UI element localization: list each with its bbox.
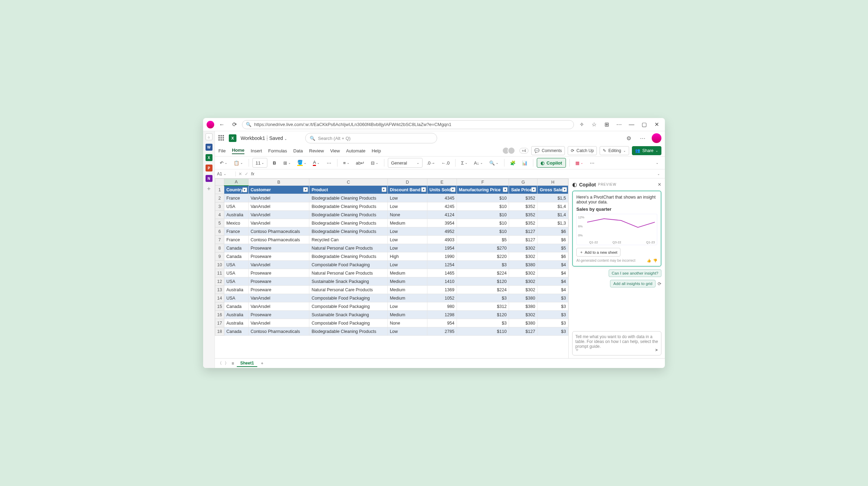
menu-home[interactable]: Home bbox=[232, 148, 244, 154]
data-cell[interactable]: Low bbox=[387, 327, 427, 336]
add-to-sheet-button[interactable]: ＋ Add to a new sheet bbox=[576, 248, 620, 257]
add-sheet-button[interactable]: ＋ bbox=[260, 360, 264, 366]
filter-icon[interactable]: ▾ bbox=[531, 187, 536, 192]
data-cell[interactable]: $270 bbox=[457, 244, 509, 252]
data-cell[interactable]: Medium bbox=[387, 269, 427, 277]
col-header[interactable]: A bbox=[224, 179, 249, 186]
data-cell[interactable]: Mexico bbox=[224, 219, 249, 227]
data-cell[interactable]: France bbox=[224, 194, 249, 202]
bold-button[interactable]: B bbox=[269, 158, 279, 168]
add-app-button[interactable]: + bbox=[207, 185, 211, 193]
data-cell[interactable]: $220 bbox=[457, 252, 509, 261]
row-header[interactable]: 6 bbox=[215, 227, 224, 236]
data-cell[interactable]: $3 bbox=[457, 261, 509, 269]
more-icon[interactable]: ⋯ bbox=[638, 133, 648, 143]
data-cell[interactable]: Compostable Food Packaging bbox=[309, 294, 387, 302]
data-cell[interactable]: $3 bbox=[537, 319, 568, 327]
row-header[interactable]: 8 bbox=[215, 244, 224, 252]
data-cell[interactable]: USA bbox=[224, 202, 249, 211]
sort-filter-button[interactable]: A↓⌄ bbox=[472, 158, 485, 168]
data-cell[interactable]: $10 bbox=[457, 211, 509, 219]
data-cell[interactable]: USA bbox=[224, 261, 249, 269]
table-header-cell[interactable]: Sale Price▾ bbox=[509, 186, 537, 194]
data-cell[interactable]: $10 bbox=[457, 219, 509, 227]
data-cell[interactable]: Canada bbox=[224, 244, 249, 252]
data-cell[interactable]: 3954 bbox=[427, 219, 457, 227]
data-cell[interactable]: $302 bbox=[509, 269, 537, 277]
addins-button[interactable]: 🧩 bbox=[508, 158, 518, 168]
app-launcher-icon[interactable] bbox=[218, 135, 225, 141]
table-header-cell[interactable]: Gross Sale▾ bbox=[537, 186, 568, 194]
data-cell[interactable]: $3 bbox=[537, 311, 568, 319]
data-cell[interactable]: Proseware bbox=[248, 286, 309, 294]
data-cell[interactable]: Medium bbox=[387, 286, 427, 294]
filter-icon[interactable]: ▾ bbox=[503, 187, 508, 192]
name-box[interactable]: A1⌄ bbox=[215, 171, 236, 176]
data-cell[interactable]: Biodegradable Cleaning Products bbox=[309, 219, 387, 227]
data-cell[interactable]: $302 bbox=[509, 244, 537, 252]
data-cell[interactable]: 4903 bbox=[427, 236, 457, 244]
sheet-tab[interactable]: Sheet1 bbox=[237, 360, 257, 367]
data-cell[interactable]: Proseware bbox=[248, 269, 309, 277]
data-cell[interactable]: Compostable Food Packaging bbox=[309, 319, 387, 327]
data-cell[interactable]: $6 bbox=[537, 227, 568, 236]
menu-help[interactable]: Help bbox=[372, 148, 381, 153]
copilot-close-button[interactable]: ✕ bbox=[658, 182, 661, 187]
data-cell[interactable]: 1465 bbox=[427, 269, 457, 277]
data-cell[interactable]: $380 bbox=[509, 294, 537, 302]
data-cell[interactable]: $3 bbox=[537, 294, 568, 302]
data-cell[interactable]: $380 bbox=[509, 302, 537, 311]
row-header[interactable]: 11 bbox=[215, 269, 224, 277]
data-cell[interactable]: 4952 bbox=[427, 227, 457, 236]
data-cell[interactable]: 1954 bbox=[427, 244, 457, 252]
presence-count[interactable]: +4 bbox=[519, 148, 529, 153]
data-cell[interactable]: $1,5 bbox=[537, 194, 568, 202]
data-cell[interactable]: Canada bbox=[224, 302, 249, 311]
address-bar[interactable]: 🔍 https://onedrive.live.com/:w:/t/EaCKkP… bbox=[242, 120, 574, 129]
onenote-tile[interactable]: N bbox=[206, 175, 212, 182]
data-cell[interactable]: $312 bbox=[457, 302, 509, 311]
data-cell[interactable]: 4345 bbox=[427, 194, 457, 202]
home-tile[interactable]: ⌂ bbox=[206, 133, 212, 140]
data-cell[interactable]: Australia bbox=[224, 311, 249, 319]
row-header[interactable]: 17 bbox=[215, 319, 224, 327]
row-header[interactable]: 15 bbox=[215, 302, 224, 311]
analyze-data-button[interactable]: 📊 bbox=[520, 158, 529, 168]
data-cell[interactable]: Natural Personal Care Products bbox=[309, 244, 387, 252]
send-icon[interactable]: ➤ bbox=[655, 347, 658, 352]
menu-view[interactable]: View bbox=[330, 148, 340, 153]
data-cell[interactable]: $302 bbox=[509, 252, 537, 261]
data-cell[interactable]: Biodegradable Cleaning Products bbox=[309, 211, 387, 219]
fill-color-button[interactable]: 🪣⌄ bbox=[295, 158, 309, 168]
row-header[interactable]: 12 bbox=[215, 277, 224, 286]
data-cell[interactable]: Biodegradable Cleaning Products bbox=[309, 202, 387, 211]
font-size-input[interactable]: 11 ⌄ bbox=[252, 158, 267, 168]
menu-formulas[interactable]: Formulas bbox=[268, 148, 287, 153]
data-cell[interactable]: $3 bbox=[457, 294, 509, 302]
data-cell[interactable]: VanArsdel bbox=[248, 319, 309, 327]
data-cell[interactable]: $302 bbox=[509, 286, 537, 294]
data-cell[interactable]: 4245 bbox=[427, 202, 457, 211]
row-header[interactable]: 16 bbox=[215, 311, 224, 319]
data-cell[interactable]: Sustainable Snack Packaging bbox=[309, 311, 387, 319]
filter-icon[interactable]: ▾ bbox=[242, 187, 247, 192]
data-cell[interactable]: $120 bbox=[457, 311, 509, 319]
data-cell[interactable]: Sustainable Snack Packaging bbox=[309, 277, 387, 286]
data-cell[interactable]: VanArsdel bbox=[248, 219, 309, 227]
find-button[interactable]: 🔍⌄ bbox=[487, 158, 501, 168]
data-cell[interactable]: Compostable Food Packaging bbox=[309, 261, 387, 269]
prompt-guide-icon[interactable]: ✧ bbox=[575, 347, 579, 352]
data-cell[interactable]: Australia bbox=[224, 211, 249, 219]
data-cell[interactable]: Low bbox=[387, 261, 427, 269]
paste-button[interactable]: 📋⌄ bbox=[232, 158, 245, 168]
document-title[interactable]: Workbook1·Saved ⌄ bbox=[241, 135, 287, 141]
maximize-button[interactable]: ▢ bbox=[639, 120, 649, 129]
data-cell[interactable]: 954 bbox=[427, 319, 457, 327]
data-cell[interactable]: Medium bbox=[387, 294, 427, 302]
data-cell[interactable]: $352 bbox=[509, 194, 537, 202]
close-button[interactable]: ✕ bbox=[652, 120, 661, 129]
table-header-cell[interactable]: Discount Band▾ bbox=[387, 186, 427, 194]
menu-insert[interactable]: Insert bbox=[251, 148, 262, 153]
sheet-list-button[interactable]: ≡ bbox=[232, 361, 234, 366]
data-cell[interactable]: $127 bbox=[509, 327, 537, 336]
